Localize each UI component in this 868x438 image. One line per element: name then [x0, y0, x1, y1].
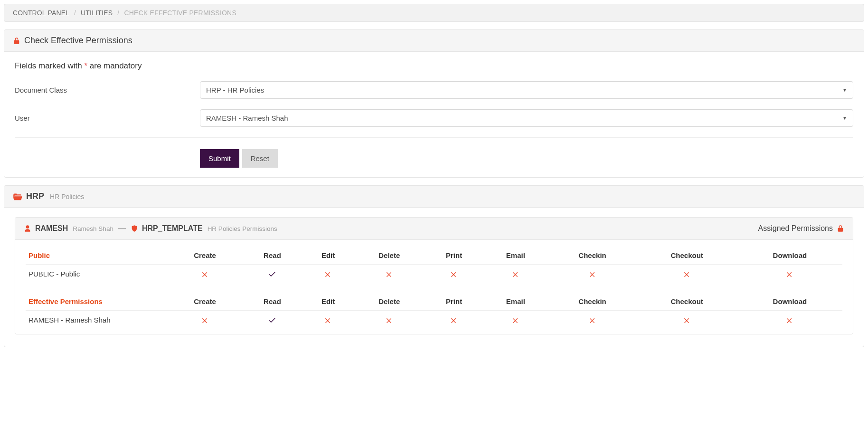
divider	[15, 137, 853, 138]
reset-button[interactable]: Reset	[242, 149, 278, 168]
group-title: Public	[26, 247, 168, 265]
x-icon	[201, 317, 209, 324]
perm-header: Download	[737, 247, 842, 265]
user-code: RAMESH	[35, 224, 68, 233]
panel-check-effective-permissions: Check Effective Permissions Fields marke…	[4, 29, 864, 178]
perm-header: Email	[483, 293, 548, 311]
x-icon	[450, 317, 458, 324]
assigned-permissions: Assigned Permissions	[758, 224, 844, 233]
perm-denied	[353, 311, 425, 333]
panel-title: Check Effective Permissions	[24, 36, 132, 46]
perm-header: Checkout	[637, 293, 737, 311]
group-title: Effective Permissions	[26, 293, 168, 311]
perm-header: Print	[425, 247, 483, 265]
result-body: RAMESH Ramesh Shah — HRP_TEMPLATE HR Pol…	[4, 208, 864, 347]
permissions-block: PublicCreateReadEditDeletePrintEmailChec…	[15, 247, 853, 333]
perm-denied	[737, 265, 842, 284]
user-icon	[24, 225, 31, 232]
perm-denied	[483, 311, 548, 333]
submit-button[interactable]: Submit	[200, 149, 239, 168]
perm-header: Create	[168, 293, 242, 311]
mandatory-note: Fields marked with * are mandatory	[15, 61, 853, 71]
assigned-permissions-label: Assigned Permissions	[758, 224, 833, 233]
check-icon	[268, 270, 276, 278]
template-code: HRP_TEMPLATE	[142, 224, 203, 233]
result-heading: HRP HR Policies	[4, 186, 864, 208]
user-name: Ramesh Shah	[73, 225, 113, 232]
result-code: HRP	[26, 191, 44, 201]
perm-header: Download	[737, 293, 842, 311]
inner-heading: RAMESH Ramesh Shah — HRP_TEMPLATE HR Pol…	[15, 218, 853, 240]
perm-row-label: PUBLIC - Public	[26, 265, 168, 284]
perm-header: Checkin	[548, 247, 637, 265]
form-row-document-class: Document Class HRP - HR Policies ▼	[15, 81, 853, 99]
perm-header: Checkin	[548, 293, 637, 311]
perm-header: Edit	[303, 293, 354, 311]
perm-header: Print	[425, 293, 483, 311]
select-user[interactable]: RAMESH - Ramesh Shah ▼	[200, 109, 853, 127]
perm-denied	[303, 265, 354, 284]
perm-denied	[637, 311, 737, 333]
template-name: HR Policies Permissions	[208, 225, 277, 232]
perm-denied	[548, 311, 637, 333]
perm-denied	[425, 265, 483, 284]
x-icon	[512, 317, 519, 324]
select-user-value: RAMESH - Ramesh Shah	[206, 114, 288, 122]
label-document-class: Document Class	[15, 86, 200, 94]
perm-denied	[425, 311, 483, 333]
x-icon	[512, 271, 519, 278]
chevron-down-icon: ▼	[842, 115, 847, 121]
lock-icon	[837, 225, 844, 232]
result-name: HR Policies	[50, 193, 84, 200]
perm-header: Read	[242, 293, 303, 311]
lock-icon	[13, 37, 20, 45]
form-row-user: User RAMESH - Ramesh Shah ▼	[15, 109, 853, 127]
x-icon	[324, 317, 332, 324]
perm-header: Create	[168, 247, 242, 265]
shield-icon	[131, 225, 138, 232]
x-icon	[386, 317, 393, 324]
x-icon	[683, 271, 691, 278]
x-icon	[450, 271, 458, 278]
x-icon	[589, 271, 596, 278]
perm-allowed	[242, 311, 303, 333]
perm-denied	[168, 311, 242, 333]
inner-card: RAMESH Ramesh Shah — HRP_TEMPLATE HR Pol…	[15, 217, 853, 334]
x-icon	[589, 317, 596, 324]
label-user: User	[15, 114, 200, 122]
perm-allowed	[242, 265, 303, 284]
x-icon	[386, 271, 393, 278]
breadcrumb-control-panel[interactable]: CONTROL PANEL	[13, 9, 69, 17]
x-icon	[201, 271, 209, 278]
x-icon	[324, 271, 332, 278]
perm-denied	[483, 265, 548, 284]
select-document-class[interactable]: HRP - HR Policies ▼	[200, 81, 853, 99]
perm-denied	[548, 265, 637, 284]
perm-denied	[637, 265, 737, 284]
perm-denied	[737, 311, 842, 333]
breadcrumb-current: CHECK EFFECTIVE PERMISSIONS	[124, 9, 236, 17]
perm-header: Edit	[303, 247, 354, 265]
permissions-table: PublicCreateReadEditDeletePrintEmailChec…	[26, 247, 842, 333]
select-document-class-value: HRP - HR Policies	[206, 86, 264, 94]
panel-body: Fields marked with * are mandatory Docum…	[4, 52, 864, 177]
breadcrumb-sep: /	[71, 9, 79, 17]
perm-header: Checkout	[637, 247, 737, 265]
panel-result: HRP HR Policies RAMESH Ramesh Shah — HRP…	[4, 185, 864, 347]
mandatory-prefix: Fields marked with	[15, 61, 84, 70]
perm-header: Delete	[353, 293, 425, 311]
button-row: Submit Reset	[200, 149, 853, 168]
x-icon	[786, 317, 793, 324]
perm-denied	[303, 311, 354, 333]
perm-header: Delete	[353, 247, 425, 265]
perm-denied	[353, 265, 425, 284]
breadcrumb-utilities[interactable]: UTILITIES	[81, 9, 113, 17]
perm-denied	[168, 265, 242, 284]
chevron-down-icon: ▼	[842, 87, 847, 93]
breadcrumb: CONTROL PANEL / UTILITIES / CHECK EFFECT…	[4, 4, 864, 22]
dash-sep: —	[117, 224, 127, 233]
folder-open-icon	[13, 193, 22, 200]
perm-header: Email	[483, 247, 548, 265]
perm-row-label: RAMESH - Ramesh Shah	[26, 311, 168, 333]
breadcrumb-sep: /	[114, 9, 122, 17]
